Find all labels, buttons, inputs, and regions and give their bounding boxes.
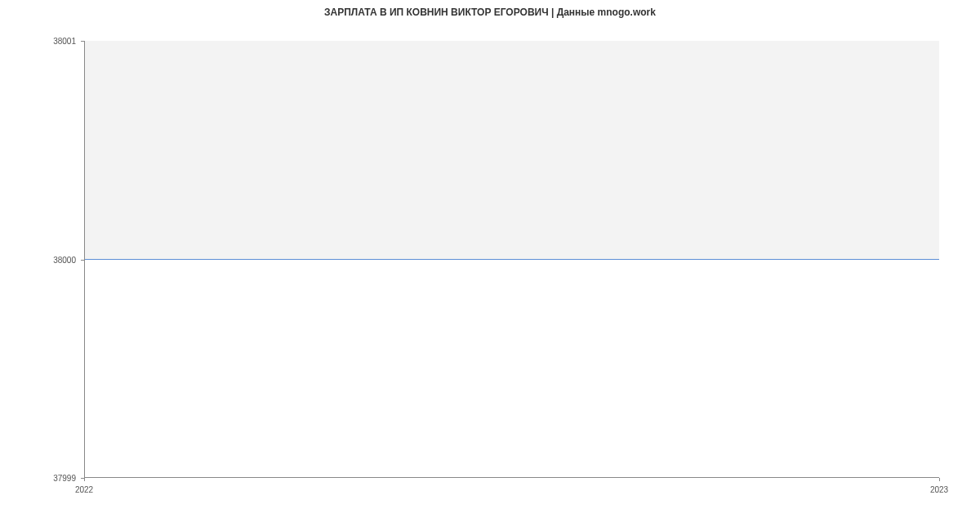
chart-fill bbox=[85, 41, 939, 259]
x-tick-label: 2022 bbox=[75, 480, 93, 494]
chart-line bbox=[85, 259, 939, 260]
y-tick-label: 38001 bbox=[53, 37, 81, 46]
chart-container: 38001 38000 37999 2022 2023 bbox=[45, 25, 972, 498]
x-tick-mark bbox=[84, 478, 85, 481]
x-tick-label: 2023 bbox=[930, 480, 948, 494]
y-tick-label: 38000 bbox=[53, 255, 81, 264]
x-tick-mark bbox=[939, 478, 940, 481]
chart-title: ЗАРПЛАТА В ИП КОВНИН ВИКТОР ЕГОРОВИЧ | Д… bbox=[0, 7, 980, 18]
plot-area bbox=[84, 41, 939, 478]
